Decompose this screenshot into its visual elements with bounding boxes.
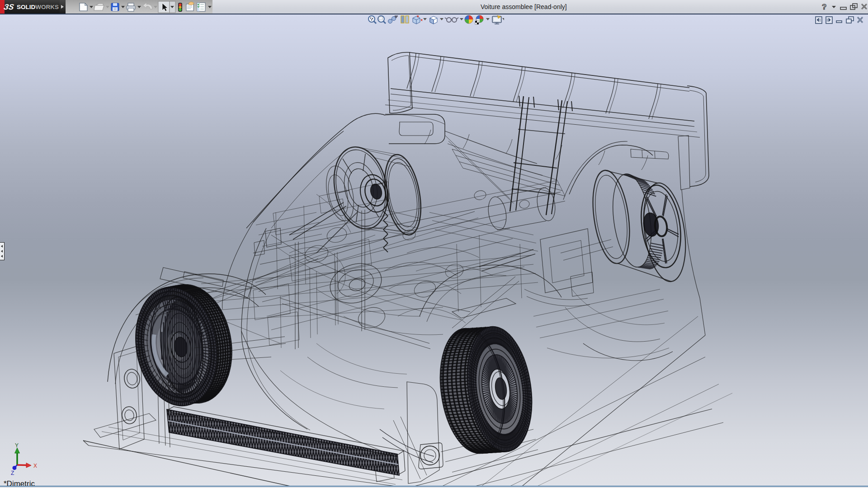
svg-text:Y: Y <box>15 442 19 449</box>
svg-text:?: ? <box>822 3 826 11</box>
svg-text:SOLIDWORKS: SOLIDWORKS <box>17 4 59 10</box>
svg-text:Z: Z <box>11 470 14 476</box>
svg-text:X: X <box>33 463 37 469</box>
svg-text:ЗS: ЗS <box>3 2 15 11</box>
